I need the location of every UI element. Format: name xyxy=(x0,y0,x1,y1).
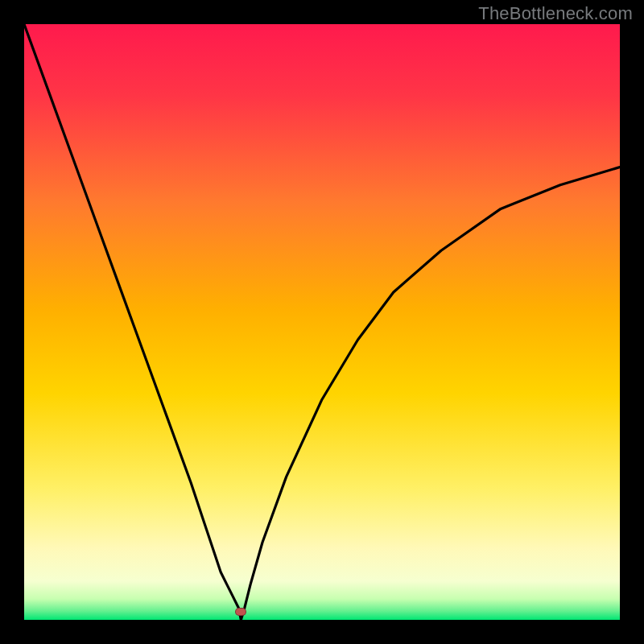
minimum-marker xyxy=(235,608,246,616)
bottleneck-curve xyxy=(24,24,620,620)
plot-area xyxy=(24,24,620,620)
watermark-text: TheBottleneck.com xyxy=(478,3,633,24)
chart-frame: TheBottleneck.com xyxy=(0,0,644,644)
